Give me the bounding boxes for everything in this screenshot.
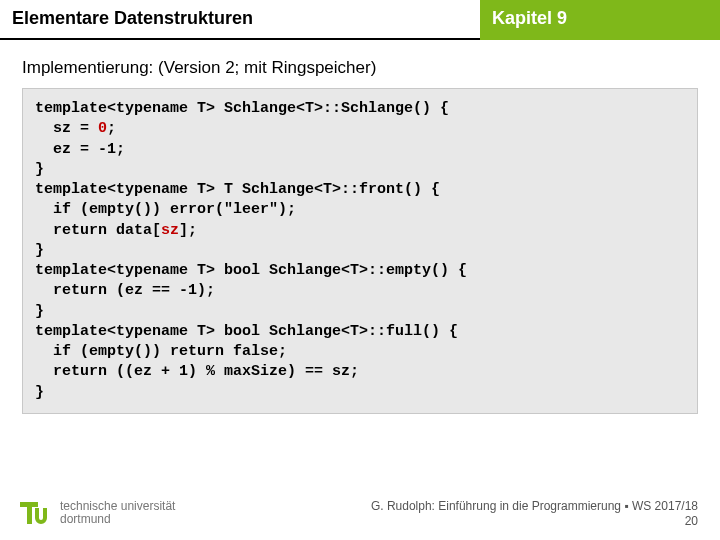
code-line: template<typename T> T Schlange<T>::fron… (35, 181, 440, 198)
code-line: template<typename T> bool Schlange<T>::e… (35, 262, 467, 279)
slide-content: Implementierung: (Version 2; mit Ringspe… (0, 40, 720, 414)
tu-logo-icon (18, 496, 52, 530)
header-title-right: Kapitel 9 (480, 0, 720, 40)
subtitle: Implementierung: (Version 2; mit Ringspe… (22, 58, 698, 78)
page-number: 20 (371, 514, 698, 530)
code-line: if (empty()) return false; (35, 343, 287, 360)
code-highlight: 0 (98, 120, 107, 137)
footer-credit: G. Rudolph: Einführung in die Programmie… (371, 499, 698, 530)
code-line: return ((ez + 1) % maxSize) == sz; (35, 363, 359, 380)
slide-header: Elementare Datenstrukturen Kapitel 9 (0, 0, 720, 40)
slide-footer: technische universität dortmund G. Rudol… (0, 496, 720, 530)
svg-rect-2 (27, 502, 32, 524)
university-logo: technische universität dortmund (18, 496, 175, 530)
code-line: if (empty()) error("leer"); (35, 201, 296, 218)
code-line: ; (107, 120, 116, 137)
code-highlight: sz (161, 222, 179, 239)
code-line: sz = (35, 120, 98, 137)
university-name: technische universität dortmund (60, 500, 175, 526)
code-line: template<typename T> bool Schlange<T>::f… (35, 323, 458, 340)
code-line: return (ez == -1); (35, 282, 215, 299)
code-line: template<typename T> Schlange<T>::Schlan… (35, 100, 449, 117)
code-line: } (35, 303, 44, 320)
header-title-left: Elementare Datenstrukturen (0, 0, 480, 40)
code-line: } (35, 161, 44, 178)
code-line: return data[ (35, 222, 161, 239)
uni-line2: dortmund (60, 513, 175, 526)
code-line: } (35, 384, 44, 401)
code-line: } (35, 242, 44, 259)
code-block: template<typename T> Schlange<T>::Schlan… (22, 88, 698, 414)
code-line: ez = -1; (35, 141, 125, 158)
credit-line: G. Rudolph: Einführung in die Programmie… (371, 499, 698, 515)
code-line: ]; (179, 222, 197, 239)
